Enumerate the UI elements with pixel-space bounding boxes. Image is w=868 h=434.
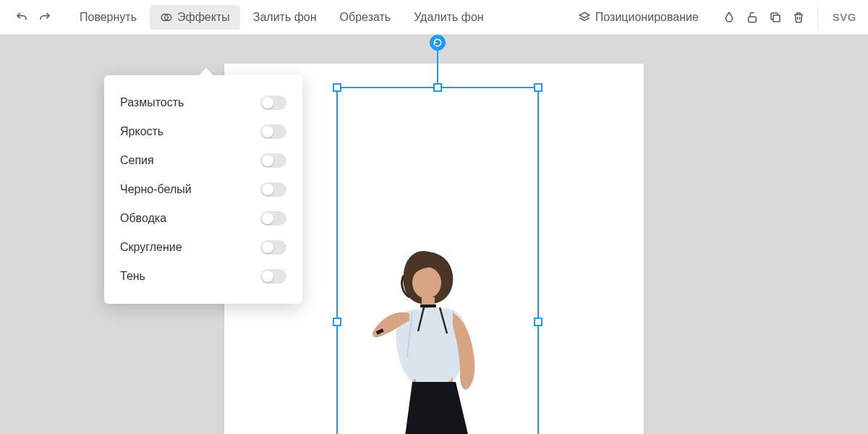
effect-row-grayscale: Черно-белый [104,175,302,204]
rotate-icon [433,38,443,48]
layers-icon [578,11,591,24]
droplet-icon [723,11,736,24]
svg-rect-3 [773,15,780,22]
crop-label: Обрезать [340,11,391,24]
undo-icon [15,11,28,24]
effect-label-rounding: Скругление [120,241,182,254]
effects-label: Эффекты [177,11,230,24]
effect-row-outline: Обводка [104,204,302,233]
effect-label-grayscale: Черно-белый [120,183,192,196]
toggle-sepia[interactable] [260,153,286,168]
effects-menu[interactable]: Эффекты [150,5,240,30]
toggle-rounding[interactable] [260,240,286,255]
positioning-label: Позиционирование [595,11,699,24]
toolbar-divider [817,7,818,27]
rotate-label: Повернуть [80,11,137,24]
copy-icon [769,11,782,24]
trash-icon [792,11,805,24]
selection-bounding-box[interactable] [336,87,539,434]
redo-button[interactable] [35,7,55,27]
fill-bg-menu[interactable]: Залить фон [243,5,327,30]
resize-handle-tl[interactable] [333,83,341,92]
resize-handle-tm[interactable] [433,83,442,92]
fill-bg-label: Залить фон [253,11,317,24]
redo-icon [38,11,51,24]
toggle-brightness[interactable] [260,124,286,139]
effects-dropdown: Размытость Яркость Сепия Черно-белый Обв… [104,75,302,304]
effect-label-brightness: Яркость [120,125,163,138]
svg-format-button[interactable]: SVG [833,11,856,23]
resize-handle-mr[interactable] [534,318,542,326]
crop-menu[interactable]: Обрезать [330,5,401,30]
effects-icon [160,11,173,24]
remove-bg-menu[interactable]: Удалить фон [404,5,493,30]
unlock-icon [746,11,759,24]
toggle-blur[interactable] [260,95,286,110]
positioning-menu[interactable]: Позиционирование [568,5,709,30]
rotate-handle[interactable] [430,35,446,51]
resize-handle-ml[interactable] [333,318,341,326]
remove-bg-label: Удалить фон [414,11,483,24]
effect-label-blur: Размытость [120,96,184,109]
effect-row-brightness: Яркость [104,117,302,146]
svg-rect-2 [749,17,757,22]
delete-button[interactable] [788,7,809,27]
lock-button[interactable] [742,7,762,27]
duplicate-button[interactable] [765,7,786,27]
main-toolbar: Повернуть Эффекты Залить фон Обрезать Уд… [0,0,868,35]
effect-row-sepia: Сепия [104,146,302,175]
toggle-grayscale[interactable] [260,182,286,197]
effect-row-shadow: Тень [104,262,302,291]
rotate-menu[interactable]: Повернуть [69,5,147,30]
canvas-workspace[interactable]: Размытость Яркость Сепия Черно-белый Обв… [0,35,868,434]
effect-label-sepia: Сепия [120,154,154,167]
opacity-button[interactable] [719,7,739,27]
toggle-shadow[interactable] [260,269,286,284]
effect-label-outline: Обводка [120,212,166,225]
rotate-handle-line [437,45,438,84]
resize-handle-tr[interactable] [534,83,542,92]
toggle-outline[interactable] [260,211,286,226]
effect-label-shadow: Тень [120,270,145,283]
undo-button[interactable] [12,7,32,27]
effect-row-rounding: Скругление [104,233,302,262]
effect-row-blur: Размытость [104,88,302,117]
